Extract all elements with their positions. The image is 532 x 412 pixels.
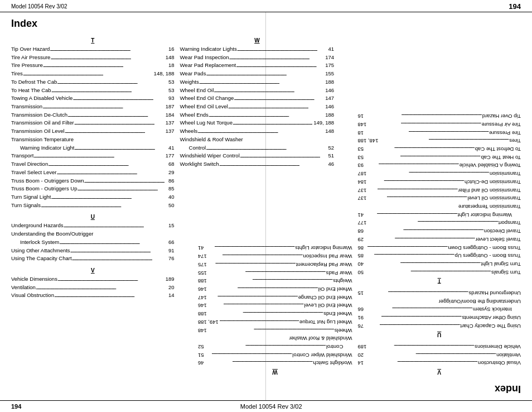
- section-header-u: U: [11, 213, 175, 221]
- list-item: Towing A Disabled Vehicle93: [357, 161, 521, 170]
- list-item: Wheel Lug Nut Torque149, 188: [198, 318, 352, 326]
- section-header-w-right: W: [198, 368, 352, 377]
- list-item: Travel Direction68: [11, 160, 175, 169]
- list-item: Tire Pressure18: [357, 128, 521, 137]
- section-header-v: V: [11, 266, 175, 275]
- section-header-t-right: T: [357, 277, 521, 286]
- list-item: Understanding the Boom/Outrigger: [11, 230, 175, 238]
- header-left: Model 10054 Rev 3/02: [11, 3, 67, 9]
- section-header-t: T: [11, 36, 175, 45]
- list-item: Tires148, 188: [11, 70, 175, 78]
- list-item: Wear Pad Replacement175: [198, 260, 352, 269]
- list-item: Wear Pad Inspection174: [198, 252, 352, 260]
- list-item: Truss Boom - Outriggers Down86: [11, 177, 175, 185]
- list-item: Turn Signals50: [11, 202, 175, 210]
- header-right: 194: [509, 2, 521, 11]
- list-item: Transmission187: [357, 169, 521, 178]
- right-col-right: W Worklight Switch46 Windshield Wiper Co…: [198, 18, 352, 379]
- footer-left: 194: [11, 403, 21, 410]
- list-item: Transport177: [357, 219, 521, 227]
- list-item: Windshield & Roof Washer: [198, 334, 352, 343]
- list-item: Warning Indicator Light41: [11, 144, 175, 152]
- list-item: Transmission187: [11, 103, 175, 111]
- footer-center: Model 10054 Rev 3/02: [240, 403, 302, 410]
- section-header-v-right: V: [357, 368, 521, 377]
- list-item: Warning Indicator Light41: [357, 210, 521, 219]
- list-item: Wear Pads155: [198, 269, 352, 277]
- section-header-u-right: U: [357, 330, 521, 339]
- list-item: Worklight Switch46: [198, 359, 352, 367]
- list-item: Travel Direction68: [357, 227, 521, 235]
- list-item: Weights188: [198, 277, 352, 285]
- list-item: Underground Hazards15: [357, 289, 521, 297]
- list-item: Transmission Oil and Filter137: [357, 186, 521, 194]
- list-item: Visual Obstruction14: [357, 359, 521, 367]
- right-page-inner: Index V Visual Obstruction14 Ventilation…: [277, 18, 521, 395]
- list-item: Using The Capacity Chart76: [357, 322, 521, 330]
- list-item: Ventilation20: [357, 351, 521, 359]
- list-item: Turn Signal Light40: [11, 193, 175, 202]
- list-item: Using The Capacity Chart76: [11, 255, 175, 263]
- list-item: Underground Hazards15: [11, 222, 175, 230]
- list-item: Transmission Temperature: [11, 136, 175, 144]
- list-item: Travel Select Lever29: [11, 169, 175, 177]
- list-item: To Defrost The Cab53: [11, 78, 175, 87]
- list-item: Tire Pressure18: [11, 61, 175, 70]
- list-item: Transmission Oil and Filter137: [11, 119, 175, 127]
- right-page: Index V Visual Obstruction14 Ventilation…: [266, 12, 532, 400]
- list-item: Vehicle Dimensions189: [357, 342, 521, 351]
- list-item: Wheel End Oil Change147: [198, 293, 352, 301]
- page-container: Model 10054 Rev 3/02 194 Index T Tip Ove…: [0, 0, 532, 412]
- list-item: To Defrost The Cab53: [357, 145, 521, 153]
- list-item: Vehicle Dimensions189: [11, 275, 175, 284]
- list-item: Tip Over Hazard16: [11, 45, 175, 54]
- list-item: To Heat The Cab53: [357, 153, 521, 161]
- list-item: Warning Indicator Lights41: [198, 244, 352, 252]
- list-item: Tires148, 188: [357, 137, 521, 145]
- list-item: Transmission Oil Level137: [11, 127, 175, 136]
- list-item: Visual Obstruction14: [11, 291, 175, 300]
- list-item: Truss Boom - Outriggers Down86: [357, 243, 521, 252]
- list-item: Truss Boom - Outriggers Up85: [11, 185, 175, 193]
- list-item: Transmission Temperature: [357, 202, 521, 210]
- list-item: Interlock System66: [11, 238, 175, 247]
- list-item: Tip Over Hazard16: [357, 112, 521, 120]
- col-left: T Tip Over Hazard16 Tire Air Pressure148…: [11, 34, 175, 395]
- list-item: Windshield Wiper Control51: [198, 351, 352, 359]
- list-item: Wheel End Oil146: [198, 285, 352, 293]
- list-item: Tire Air Pressure148: [11, 54, 175, 62]
- list-item: Transmission Oil Level137: [357, 194, 521, 203]
- list-item: Transmission De-Clutch184: [11, 111, 175, 119]
- header-bar: Model 10054 Rev 3/02 194: [0, 0, 532, 12]
- list-item: Turn Signals50: [357, 268, 521, 276]
- list-item: Towing A Disabled Vehicle93: [11, 94, 175, 103]
- list-item: Tire Air Pressure148: [357, 120, 521, 128]
- list-item: Ventilation20: [11, 284, 175, 292]
- list-item: Using Other Attachments91: [11, 247, 175, 255]
- right-page-title: Index: [277, 383, 521, 395]
- footer-bar: 194 Model 10054 Rev 3/02: [0, 400, 532, 412]
- list-item: Wheel End Oil Level146: [198, 301, 352, 310]
- main-content: Index T Tip Over Hazard16 Tire Air Press…: [0, 12, 532, 400]
- list-item: Understanding the Boom/Outrigger: [357, 297, 521, 305]
- list-item: Using Other Attachments91: [357, 313, 521, 322]
- list-item: To Heat The Cab53: [11, 87, 175, 95]
- right-col-left: V Visual Obstruction14 Ventilation20 Veh…: [357, 18, 521, 379]
- list-item: Transport177: [11, 152, 175, 160]
- list-item: Wheel Ends188: [198, 309, 352, 318]
- list-item: Interlock System66: [357, 305, 521, 314]
- list-item: Travel Select Lever29: [357, 235, 521, 243]
- list-item: Transmission De-Clutch184: [357, 178, 521, 186]
- list-item: Wheels148: [198, 326, 352, 334]
- list-item: Truss Boom - Outriggers Up85: [357, 252, 521, 260]
- list-item: Turn Signal Light40: [357, 260, 521, 268]
- right-columns: V Visual Obstruction14 Ventilation20 Veh…: [277, 18, 521, 379]
- list-item: Control52: [198, 342, 352, 351]
